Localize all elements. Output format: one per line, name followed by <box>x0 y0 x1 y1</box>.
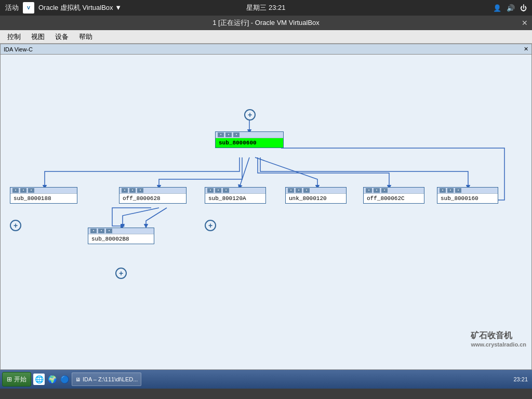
node-n7-icon-1: ▪ <box>90 229 97 233</box>
menu-help[interactable]: 帮助 <box>75 31 97 43</box>
node-root-label: sub_8000600 <box>216 138 283 148</box>
node-icon-1: ▪ <box>218 132 224 137</box>
node-n3-header: ▪ ▪ ▪ <box>205 188 265 194</box>
menu-device[interactable]: 设备 <box>51 31 73 43</box>
virtualbox-logo-icon: V <box>23 2 34 14</box>
node-n2-label: off_8000628 <box>119 194 186 203</box>
node-n6-icon-2: ▪ <box>447 188 454 193</box>
node-n3-icon-3: ▪ <box>223 188 229 193</box>
node-n1-icon-2: ▪ <box>20 188 26 193</box>
node-n6-icon-3: ▪ <box>455 188 461 193</box>
window-title: 1 [正在运行] - Oracle VM VirtualBox <box>212 18 320 28</box>
node-n7-icon-2: ▪ <box>98 229 104 233</box>
window-titlebar: 1 [正在运行] - Oracle VM VirtualBox ✕ <box>0 16 532 30</box>
expand-n1-button[interactable]: + <box>10 220 21 231</box>
node-root[interactable]: ▪ ▪ ▪ sub_8000600 <box>215 131 284 148</box>
windows-icon: ⊞ <box>7 376 12 383</box>
node-n6-label: sub_8000160 <box>437 194 498 203</box>
node-n6-header: ▪ ▪ ▪ <box>437 188 498 194</box>
expand-n7-button[interactable]: + <box>115 268 127 279</box>
start-button[interactable]: ⊞ 开始 <box>2 372 31 387</box>
start-label: 开始 <box>14 375 26 384</box>
node-n6[interactable]: ▪ ▪ ▪ sub_8000160 <box>437 187 498 204</box>
taskbar-icon3[interactable]: 🔵 <box>59 374 70 384</box>
node-n4-icon-1: ▪ <box>288 188 294 193</box>
taskbar-right-area: 23:21 <box>513 376 528 382</box>
node-root-header: ▪ ▪ ▪ <box>216 132 283 138</box>
volume-icon[interactable]: 🔊 <box>507 4 515 12</box>
ida-title-label: IDA View-C <box>4 46 33 52</box>
node-n3-icon-2: ▪ <box>215 188 221 193</box>
node-n2-icon-3: ▪ <box>137 188 143 193</box>
expand-n3-button[interactable]: + <box>205 220 216 231</box>
node-n7-label: sub_80002B8 <box>88 234 154 244</box>
node-n6-icon-1: ▪ <box>440 188 446 193</box>
menu-control[interactable]: 控制 <box>3 31 25 43</box>
datetime-label: 星期三 23:21 <box>246 4 285 11</box>
svg-line-2 <box>240 157 249 187</box>
node-n5-icon-1: ▪ <box>366 188 372 193</box>
watermark-line2: www.crystalradio.cn <box>471 341 526 348</box>
node-n4-icon-3: ▪ <box>303 188 310 193</box>
node-n7-icon-3: ▪ <box>106 229 112 233</box>
node-n2-header: ▪ ▪ ▪ <box>119 188 186 194</box>
node-n3[interactable]: ▪ ▪ ▪ sub_800120A <box>205 187 266 204</box>
watermark-line1: 矿石收音机 <box>471 330 526 341</box>
system-topbar: 活动 V Oracle 虚拟机 VirtualBox ▼ 星期三 23:21 👤… <box>0 0 532 16</box>
node-n3-icon-1: ▪ <box>207 188 214 193</box>
node-n3-label: sub_800120A <box>205 194 265 203</box>
node-n2-icon-2: ▪ <box>129 188 136 193</box>
taskbar-ida-item[interactable]: 🖥 IDA – Z:\111\dl\LED... <box>72 373 141 386</box>
node-n4[interactable]: ▪ ▪ ▪ unk_8000120 <box>285 187 347 204</box>
taskbar-clock: 23:21 <box>513 376 528 382</box>
node-n2[interactable]: ▪ ▪ ▪ off_8000628 <box>119 187 187 204</box>
node-n5-icon-3: ▪ <box>381 188 388 193</box>
node-n4-label: unk_8000120 <box>286 194 346 203</box>
node-n1-icon-3: ▪ <box>28 188 34 193</box>
node-n7[interactable]: ▪ ▪ ▪ sub_80002B8 <box>88 228 154 244</box>
node-n4-icon-2: ▪ <box>296 188 302 193</box>
ida-close-button[interactable]: ✕ <box>524 46 528 52</box>
node-n1-header: ▪ ▪ ▪ <box>10 188 77 194</box>
node-n1-icon-1: ▪ <box>12 188 19 193</box>
menu-view[interactable]: 视图 <box>27 31 49 43</box>
node-icon-3: ▪ <box>233 132 240 137</box>
taskbar-ie-icon[interactable]: 🌐 <box>33 374 45 385</box>
ida-titlebar: IDA View-C ✕ <box>1 44 531 55</box>
node-n1[interactable]: ▪ ▪ ▪ sub_8000188 <box>10 187 77 204</box>
window-close-button[interactable]: ✕ <box>522 19 528 27</box>
watermark: 矿石收音机 www.crystalradio.cn <box>471 330 526 348</box>
node-n5-label: off_800062C <box>364 194 424 203</box>
node-n5-icon-2: ▪ <box>374 188 380 193</box>
taskbar: ⊞ 开始 🌐 🌍 🔵 🖥 IDA – Z:\111\dl\LED... 23:2… <box>0 370 532 389</box>
node-n2-icon-1: ▪ <box>122 188 128 193</box>
taskbar-icon2[interactable]: 🌍 <box>47 374 57 384</box>
user-icon[interactable]: 👤 <box>493 4 501 12</box>
expand-top-button[interactable]: + <box>244 109 256 121</box>
node-n5-header: ▪ ▪ ▪ <box>364 188 424 194</box>
power-icon[interactable]: ⏻ <box>520 4 527 12</box>
node-icon-2: ▪ <box>225 132 232 137</box>
connector-lines <box>1 44 531 369</box>
menu-bar: 控制 视图 设备 帮助 <box>0 30 532 44</box>
app-name-label: Oracle 虚拟机 VirtualBox ▼ <box>38 3 122 12</box>
node-n7-header: ▪ ▪ ▪ <box>88 228 154 234</box>
taskbar-ida-label: IDA – Z:\111\dl\LED... <box>83 376 138 382</box>
node-n5[interactable]: ▪ ▪ ▪ off_800062C <box>363 187 424 204</box>
activities-button[interactable]: 活动 <box>5 3 19 12</box>
node-n4-header: ▪ ▪ ▪ <box>286 188 346 194</box>
node-n1-label: sub_8000188 <box>10 194 77 203</box>
taskbar-ida-icon: 🖥 <box>75 377 81 382</box>
